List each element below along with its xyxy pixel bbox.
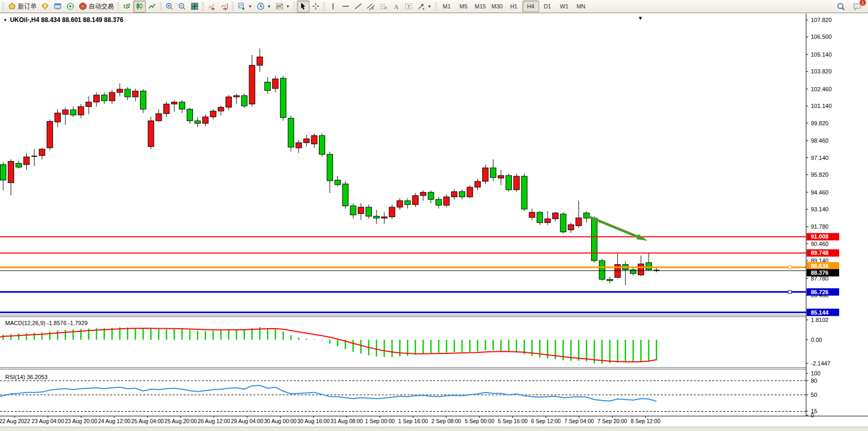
macd-histogram-bar [283,331,284,340]
macd-histogram-bar [243,330,245,340]
candle-body [195,121,200,123]
tile-windows-button[interactable] [188,1,201,13]
timeframe-M5[interactable]: M5 [455,1,472,12]
candle-body [55,113,60,122]
macd-histogram-bar [151,329,152,340]
candle-body [436,199,442,205]
chart-shift-button[interactable] [218,1,231,13]
macd-histogram-bar [275,329,276,340]
time-label: 31 Aug 08:00 [330,418,363,424]
macd-histogram-bar [57,330,59,340]
candle-body [381,217,387,218]
dropdown-arrow-icon[interactable]: ▼ [427,4,432,9]
candle-body [342,184,348,206]
line-chart-button[interactable] [146,1,158,13]
fibonacci-button[interactable]: F [377,1,390,13]
dropdown-arrow-icon[interactable]: ▼ [267,4,271,9]
time-label: 26 Aug 12:00 [198,418,230,424]
autotrade-icon [79,2,87,10]
timeframe-M30[interactable]: M30 [489,1,506,12]
new-order-icon [8,2,16,10]
signal-icon[interactable] [64,1,77,13]
text-button[interactable]: A [390,1,402,13]
market-watch-icon[interactable] [51,1,64,13]
add-indicator-button[interactable]: ▼ [235,1,254,13]
zoom-in-button[interactable] [163,1,176,13]
candlestick-icon [135,2,144,10]
candle-body [148,121,154,146]
period-clock-button[interactable]: ▼ [254,1,273,13]
timeframe-H4[interactable]: H4 [522,1,539,12]
zoom-out-button[interactable] [176,1,188,13]
level-handle[interactable] [788,290,791,294]
horizontal-line-button[interactable] [339,1,352,13]
dropdown-arrow-icon[interactable]: ▼ [286,4,290,9]
candle-body [62,110,68,114]
macd-axis-label: 0.00 [811,337,822,343]
zoom-in-icon [165,2,174,10]
candle-body [646,263,651,270]
timeframe-H1[interactable]: H1 [506,1,522,12]
candle-body [70,110,76,115]
level-handle[interactable] [788,266,791,269]
equidistant-channel-button[interactable]: E [365,1,377,13]
candle-body [296,143,302,148]
template-button[interactable]: ▼ [273,1,292,13]
timeframe-M1[interactable]: M1 [438,1,455,12]
rsi-label: RSI(14) 36.2053 [5,374,48,380]
candle-body [599,261,605,279]
search-button[interactable] [834,1,848,13]
toolbar-group: EFAT▼ [322,0,434,13]
timeframe-M15[interactable]: M15 [472,1,489,12]
timeframe-W1[interactable]: W1 [556,1,573,12]
candle-body [592,218,597,261]
candle-body [24,157,29,165]
one-click-marker: ▼ [638,15,643,21]
cursor-icon [299,2,307,10]
time-label: 1 Sep 00:00 [365,418,395,424]
time-label: 24 Aug 12:00 [98,418,131,424]
arrows-button[interactable]: ▼ [415,1,434,13]
bar-chart-button[interactable] [121,1,133,13]
dropdown-arrow-icon[interactable]: ▼ [248,4,252,9]
price-tick-label: 99.820 [811,120,829,126]
auto-scroll-button[interactable] [206,1,218,13]
candle-body [638,264,644,275]
autotrade-button[interactable]: 自动交易 [77,1,116,13]
macd-histogram-bar [290,336,292,340]
macd-histogram-bar [430,340,432,353]
vline-icon [329,2,337,10]
candle-body [109,92,115,101]
macd-histogram-bar [72,329,74,340]
cursor-button[interactable] [297,1,309,13]
time-label: 25 Aug 20:00 [165,418,197,424]
candle-body [257,57,263,66]
chart-canvas[interactable]: ▼22 Aug 202223 Aug 04:0023 Aug 20:0024 A… [0,14,868,427]
price-tick-label: 102.460 [811,86,832,92]
candle-body [86,102,92,107]
arrow-object-icon [417,2,425,10]
notifications-button[interactable]: 1 [851,1,864,13]
chart-collapse-icon[interactable]: ▼ [3,18,7,23]
new-order-button[interactable]: 新订单 [6,1,39,13]
candle-body [133,91,138,97]
new-order-button-label: 新订单 [18,2,37,11]
trendline-button[interactable] [352,1,365,13]
macd-histogram-bar [625,340,626,362]
toolbar-right: 1 [834,1,868,13]
timeframe-D1[interactable]: D1 [539,1,556,12]
candle-body [335,180,340,185]
candle-body [233,95,239,96]
text-label-button[interactable]: T [402,1,415,13]
crosshair-button[interactable] [309,1,322,13]
vertical-line-button[interactable] [327,1,339,13]
gem-icon[interactable] [39,1,51,13]
price-tick-label: 94.460 [811,189,829,196]
candle-body [210,111,216,117]
candle-body [39,149,45,155]
timeframe-MN[interactable]: MN [573,1,590,12]
chart-title-bar: ▼ UKOil-,H4 88.434 88.601 88.149 88.376 [3,16,123,24]
candle-body [288,118,294,147]
candlestick-chart-button[interactable] [133,1,146,13]
macd-histogram-bar [212,331,214,340]
